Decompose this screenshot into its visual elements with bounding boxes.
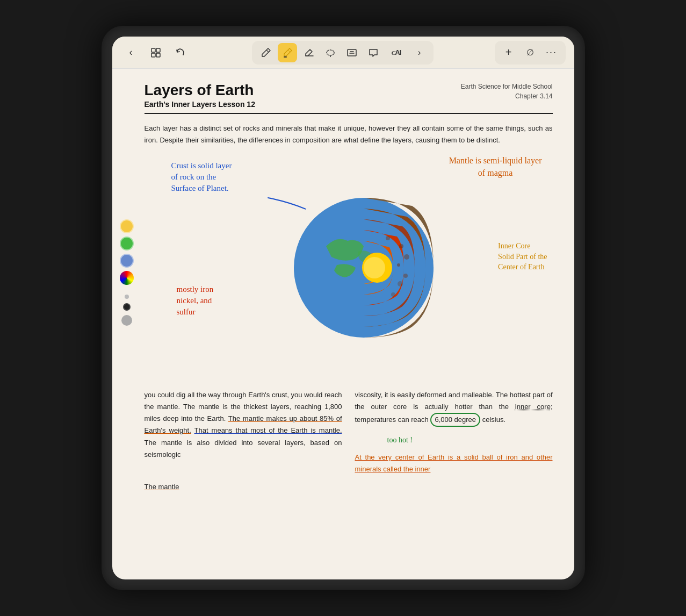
svg-point-15 bbox=[364, 257, 385, 278]
highlighter-tool-button[interactable] bbox=[278, 43, 297, 62]
drawing-tools-group: CAI › bbox=[252, 41, 434, 65]
svg-rect-10 bbox=[348, 49, 356, 56]
doc-title: Layers of Earth bbox=[145, 82, 255, 99]
svg-point-17 bbox=[404, 254, 409, 260]
device-frame: ‹ bbox=[102, 26, 585, 590]
size-large[interactable] bbox=[121, 315, 132, 326]
ai-button[interactable]: CAI bbox=[385, 43, 408, 62]
inner-core-annotation: Inner CoreSolid Part of theCenter of Ear… bbox=[498, 241, 547, 273]
toolbar-left: ‹ bbox=[121, 42, 191, 63]
svg-point-8 bbox=[327, 50, 334, 55]
svg-point-20 bbox=[398, 281, 403, 286]
grid-icon bbox=[150, 47, 161, 58]
svg-rect-1 bbox=[156, 48, 160, 52]
col2-text: viscosity, it is easily deformed and mal… bbox=[355, 389, 553, 475]
svg-point-18 bbox=[397, 263, 400, 267]
content-area: Layers of Earth Earth's Inner Layers Les… bbox=[112, 69, 574, 579]
pen-tool-button[interactable] bbox=[256, 43, 276, 62]
color-palette bbox=[120, 219, 134, 326]
the-mantle-section: The mantle bbox=[145, 479, 553, 493]
svg-rect-3 bbox=[156, 53, 160, 57]
svg-point-22 bbox=[391, 292, 395, 297]
undo-icon bbox=[175, 47, 186, 58]
svg-rect-0 bbox=[151, 48, 155, 52]
color-rainbow[interactable] bbox=[120, 271, 134, 285]
color-yellow[interactable] bbox=[120, 219, 134, 233]
crust-arrow bbox=[171, 160, 306, 225]
outer-core-annotation: mostly ironnickel, andsulfur bbox=[177, 284, 214, 318]
doc-header: Layers of Earth Earth's Inner Layers Les… bbox=[145, 82, 553, 109]
document-content: Layers of Earth Earth's Inner Layers Les… bbox=[112, 69, 574, 579]
undo-button[interactable] bbox=[170, 42, 191, 63]
doc-meta: Earth Science for Middle School Chapter … bbox=[461, 82, 553, 101]
grid-button[interactable] bbox=[146, 42, 166, 63]
lasso-icon bbox=[325, 47, 336, 58]
mantle-annotation: Mantle is semi-liquid layerof magma bbox=[449, 155, 542, 179]
ai-label2: AI bbox=[395, 48, 401, 56]
svg-point-16 bbox=[399, 244, 403, 248]
size-medium[interactable] bbox=[123, 303, 131, 311]
menu-button[interactable]: ··· bbox=[542, 43, 561, 62]
doc-subtitle: Earth's Inner Layers Lesson 12 bbox=[145, 100, 255, 109]
svg-point-21 bbox=[386, 236, 390, 240]
col1-text: you could dig all the way through Earth'… bbox=[145, 389, 342, 475]
the-mantle-text: The mantle bbox=[145, 483, 179, 491]
color-blue[interactable] bbox=[120, 254, 134, 268]
svg-rect-2 bbox=[151, 53, 155, 57]
color-green[interactable] bbox=[120, 237, 134, 250]
earth-diagram bbox=[294, 176, 476, 359]
two-column-text: you could dig all the way through Earth'… bbox=[145, 389, 553, 475]
lasso-button[interactable] bbox=[321, 43, 340, 62]
more-tools-button[interactable]: › bbox=[410, 43, 429, 62]
svg-line-4 bbox=[266, 50, 269, 52]
too-hot-annotation: too hot ! bbox=[387, 435, 574, 446]
mantle-underline2: That means that most of the Earth is man… bbox=[194, 426, 342, 434]
svg-point-19 bbox=[403, 274, 408, 278]
at-center-text: At the very center of Earth is a solid b… bbox=[355, 453, 553, 473]
diagram-container: Crust is solid layerof rock on theSurfac… bbox=[145, 155, 553, 381]
doc-divider bbox=[145, 113, 553, 114]
clear-button[interactable]: ∅ bbox=[521, 43, 540, 62]
textbox-button[interactable] bbox=[342, 43, 362, 62]
temperature-highlight: 6,000 degree bbox=[430, 413, 480, 427]
right-tools-group: + ∅ ··· bbox=[495, 41, 566, 65]
add-page-button[interactable]: + bbox=[499, 43, 518, 62]
title-block: Layers of Earth Earth's Inner Layers Les… bbox=[145, 82, 255, 109]
doc-intro: Each layer has a distinct set of rocks a… bbox=[145, 123, 553, 146]
toolbar-center: CAI › bbox=[195, 41, 490, 65]
screen: ‹ bbox=[112, 37, 574, 579]
highlighter-icon bbox=[281, 47, 293, 59]
size-small[interactable] bbox=[125, 295, 129, 299]
back-button[interactable]: ‹ bbox=[121, 42, 141, 63]
crust-annotation: Crust is solid layerof rock on theSurfac… bbox=[171, 160, 232, 194]
pen-icon bbox=[261, 47, 271, 58]
eraser-button[interactable] bbox=[299, 43, 319, 62]
comment-button[interactable] bbox=[364, 43, 383, 62]
comment-icon bbox=[368, 47, 379, 58]
textbox-icon bbox=[346, 47, 357, 58]
eraser-icon bbox=[304, 47, 314, 58]
toolbar-right: + ∅ ··· bbox=[495, 41, 566, 65]
toolbar: ‹ bbox=[112, 37, 574, 69]
